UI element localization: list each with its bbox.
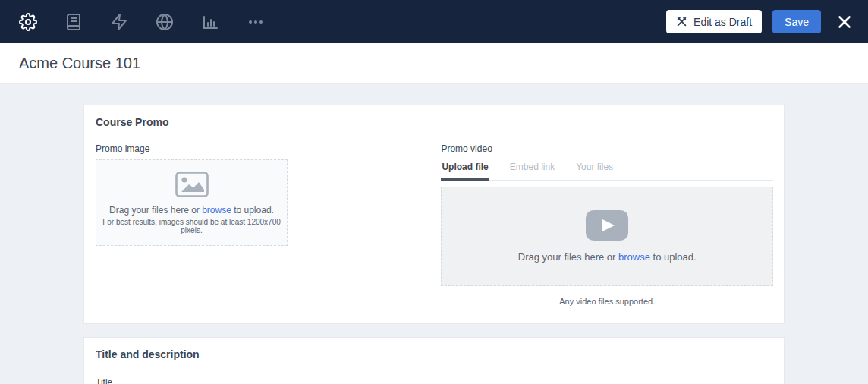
image-size-hint: For best results, images should be at le… — [96, 218, 287, 234]
settings-content: Course Promo Promo image Drag your files… — [0, 84, 868, 384]
close-icon[interactable] — [836, 14, 853, 30]
course-titlebar: Acme Course 101 — [0, 43, 868, 84]
tab-your-files[interactable]: Your files — [575, 162, 614, 181]
drag-drop-text: Drag your files here or browse to upload… — [518, 251, 697, 263]
globe-icon[interactable] — [156, 13, 174, 31]
bar-chart-icon[interactable] — [201, 13, 219, 31]
page-title: Acme Course 101 — [19, 55, 140, 72]
top-navbar: Edit as Draft Save — [0, 0, 868, 43]
drag-drop-text: Drag your files here or browse to upload… — [109, 205, 274, 216]
promo-image-label: Promo image — [96, 143, 407, 154]
title-description-card: Title and description Title — [83, 337, 785, 384]
edit-as-draft-button[interactable]: Edit as Draft — [666, 10, 762, 33]
title-description-heading: Title and description — [96, 348, 773, 360]
video-play-icon — [586, 210, 628, 241]
title-field-label: Title — [96, 377, 773, 384]
book-icon[interactable] — [64, 13, 83, 31]
promo-video-dropzone[interactable]: Drag your files here or browse to upload… — [441, 187, 773, 286]
video-format-hint: Any video files supported. — [441, 297, 773, 306]
tab-upload-file[interactable]: Upload file — [441, 162, 489, 181]
browse-link[interactable]: browse — [618, 251, 650, 263]
promo-image-section: Promo image Drag your files here or brow… — [96, 143, 407, 306]
course-promo-card: Course Promo Promo image Drag your files… — [83, 105, 785, 324]
zap-icon[interactable] — [110, 13, 128, 31]
video-source-tabs: Upload file Embed link Your files — [441, 162, 773, 181]
promo-video-label: Promo video — [441, 143, 773, 154]
image-placeholder-icon — [175, 172, 209, 197]
edit-tools-icon — [676, 16, 687, 27]
promo-video-section: Promo video Upload file Embed link Your … — [441, 143, 773, 306]
settings-icon[interactable] — [19, 13, 37, 31]
promo-image-dropzone[interactable]: Drag your files here or browse to upload… — [96, 159, 288, 246]
navbar-icon-group — [19, 13, 666, 31]
course-promo-heading: Course Promo — [96, 116, 773, 128]
save-button[interactable]: Save — [772, 10, 821, 33]
edit-as-draft-label: Edit as Draft — [693, 16, 752, 28]
tab-embed-link[interactable]: Embed link — [509, 162, 555, 181]
more-icon[interactable] — [247, 13, 265, 31]
browse-link[interactable]: browse — [202, 205, 231, 216]
